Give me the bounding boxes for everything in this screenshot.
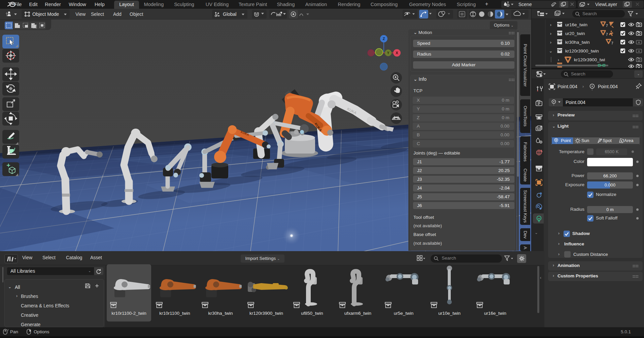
svg-text:›: › xyxy=(550,22,551,27)
svg-text:X: X xyxy=(396,51,398,55)
svg-text:›: › xyxy=(558,57,559,62)
svg-text:Y: Y xyxy=(387,51,389,55)
svg-text:kr30ha_twin: kr30ha_twin xyxy=(565,40,590,45)
svg-text:ur20_twin: ur20_twin xyxy=(565,31,585,36)
svg-text:7: 7 xyxy=(606,33,608,36)
svg-text:7: 7 xyxy=(606,24,608,28)
svg-text:›: › xyxy=(550,40,551,45)
svg-text:⌄: ⌄ xyxy=(549,48,553,54)
svg-text:Z: Z xyxy=(383,37,385,41)
svg-text:kr120r3900_twin: kr120r3900_twin xyxy=(565,48,599,54)
svg-text:›: › xyxy=(550,31,551,36)
svg-text:kr120r3900_twi: kr120r3900_twi xyxy=(574,57,605,62)
svg-text:ur16e_twin: ur16e_twin xyxy=(565,22,587,27)
svg-text:7: 7 xyxy=(611,41,613,45)
